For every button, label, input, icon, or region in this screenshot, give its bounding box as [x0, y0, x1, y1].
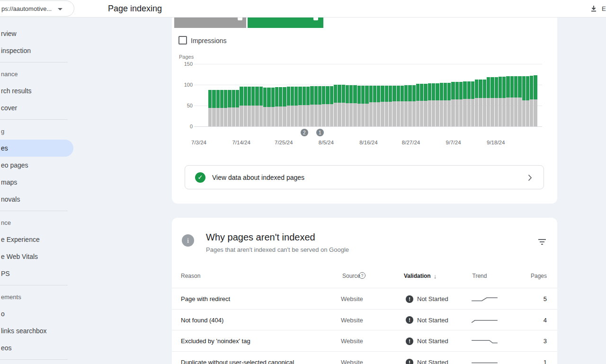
view-indexed-data-row[interactable]: ✓ View data about indexed pages	[185, 165, 544, 189]
bar[interactable]	[259, 87, 263, 126]
bar[interactable]	[475, 80, 478, 126]
bar[interactable]	[326, 86, 329, 126]
bar[interactable]	[306, 87, 310, 126]
bar[interactable]	[412, 85, 416, 126]
bar[interactable]	[314, 86, 318, 126]
bar[interactable]	[318, 86, 321, 126]
bar[interactable]	[298, 87, 302, 126]
bar[interactable]	[240, 87, 243, 126]
bar[interactable]	[506, 76, 509, 126]
bar[interactable]	[381, 86, 384, 126]
bar[interactable]	[499, 77, 502, 126]
sidebar-item-eo-pages[interactable]: eo pages	[0, 157, 73, 174]
annotation-badge[interactable]: 2	[301, 129, 308, 136]
bar[interactable]	[361, 86, 365, 126]
bar[interactable]	[444, 83, 447, 126]
bar[interactable]	[220, 90, 223, 126]
bar[interactable]	[322, 86, 325, 126]
bar[interactable]	[283, 87, 286, 126]
sidebar-item-novals[interactable]: novals	[0, 191, 73, 208]
bar[interactable]	[385, 86, 388, 126]
sidebar-item-links-searchbox[interactable]: links searchbox	[0, 322, 73, 339]
bar[interactable]	[291, 87, 294, 126]
sidebar-item-e-experience[interactable]: e Experience	[0, 231, 73, 248]
bar[interactable]	[530, 76, 533, 126]
bar[interactable]	[244, 87, 247, 126]
bar[interactable]	[338, 85, 341, 126]
bar[interactable]	[526, 76, 529, 126]
sidebar-item-ps[interactable]: PS	[0, 265, 73, 282]
table-row[interactable]: Page with redirect Website ! Not Started…	[172, 288, 557, 309]
bar[interactable]	[279, 87, 282, 126]
bar[interactable]	[310, 86, 313, 126]
bar[interactable]	[216, 90, 220, 126]
bar[interactable]	[502, 77, 506, 126]
bar[interactable]	[389, 86, 392, 126]
bar[interactable]	[420, 84, 423, 126]
bar[interactable]	[369, 86, 373, 126]
bar[interactable]	[275, 87, 278, 126]
bar[interactable]	[463, 81, 466, 126]
property-selector[interactable]: ps://aautomotive...	[0, 0, 74, 17]
bar[interactable]	[294, 87, 298, 126]
bar[interactable]	[534, 75, 537, 126]
bar[interactable]	[267, 88, 270, 126]
bar[interactable]	[251, 87, 255, 126]
sidebar-item-maps[interactable]: maps	[0, 174, 73, 191]
export-button[interactable]: E	[590, 0, 606, 18]
bar[interactable]	[232, 90, 235, 126]
bar[interactable]	[248, 87, 251, 126]
filter-icon[interactable]	[537, 238, 547, 246]
bar[interactable]	[208, 90, 212, 126]
bar[interactable]	[440, 83, 443, 126]
table-row[interactable]: Duplicate without user-selected canonica…	[172, 351, 557, 364]
help-icon[interactable]: ?	[359, 272, 365, 279]
bar[interactable]	[373, 86, 376, 126]
sidebar-item-eos[interactable]: eos	[0, 339, 73, 356]
bar[interactable]	[490, 77, 494, 126]
bar[interactable]	[432, 83, 435, 127]
sidebar-item-cover[interactable]: cover	[0, 99, 73, 116]
bar[interactable]	[263, 88, 267, 126]
impressions-checkbox[interactable]	[178, 36, 187, 44]
sidebar-item-inspection[interactable]: inspection	[0, 42, 73, 59]
bar[interactable]	[357, 86, 361, 126]
bar[interactable]	[342, 85, 345, 126]
bar[interactable]	[377, 86, 380, 126]
bar[interactable]	[467, 81, 471, 126]
bar[interactable]	[353, 85, 356, 126]
bar[interactable]	[495, 77, 498, 126]
bar[interactable]	[349, 85, 353, 126]
bar[interactable]	[451, 82, 454, 126]
bar[interactable]	[408, 85, 411, 126]
bar[interactable]	[334, 85, 337, 126]
bar[interactable]	[271, 88, 275, 126]
bar[interactable]	[479, 80, 482, 126]
bar[interactable]	[510, 76, 514, 126]
bar[interactable]	[303, 87, 306, 126]
not-indexed-toggle[interactable]	[174, 18, 246, 28]
table-row[interactable]: Excluded by 'noindex' tag Website ! Not …	[172, 330, 557, 351]
sidebar-item-rch-results[interactable]: rch results	[0, 82, 73, 99]
bar[interactable]	[518, 76, 521, 126]
bar[interactable]	[224, 90, 227, 126]
bar[interactable]	[416, 84, 419, 126]
sidebar-item-es[interactable]: es	[0, 140, 73, 157]
sidebar-item-o[interactable]: o	[0, 305, 73, 322]
annotation-badge[interactable]: 1	[316, 129, 324, 136]
bar[interactable]	[522, 76, 526, 126]
bar[interactable]	[487, 77, 490, 126]
bar[interactable]	[401, 86, 404, 126]
sidebar-item-rview[interactable]: rview	[0, 25, 73, 42]
bar[interactable]	[483, 80, 486, 126]
bar[interactable]	[236, 90, 239, 126]
bar[interactable]	[330, 86, 333, 126]
bar[interactable]	[471, 81, 474, 126]
bar[interactable]	[228, 90, 231, 126]
bar[interactable]	[424, 84, 427, 126]
bar[interactable]	[392, 86, 396, 126]
indexed-toggle[interactable]	[248, 18, 323, 28]
bar[interactable]	[459, 82, 463, 126]
bar[interactable]	[397, 86, 400, 126]
bar[interactable]	[212, 90, 215, 126]
